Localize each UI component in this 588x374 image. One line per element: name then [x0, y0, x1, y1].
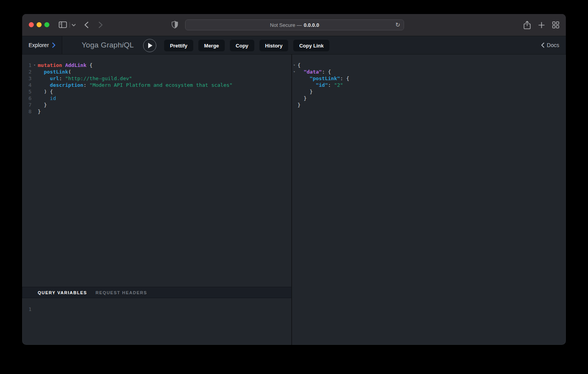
code-text: id	[38, 95, 56, 102]
line-number: 2	[22, 68, 32, 75]
fold-gutter	[292, 75, 298, 82]
code-line: 5 ) {	[22, 88, 291, 95]
app-title-pre: Yoga Graph	[82, 41, 122, 49]
line-number: 7	[22, 102, 32, 108]
response-viewer[interactable]: ▾{▾ "data": { "postLink": { "id": "2" } …	[292, 54, 566, 345]
line-number: 8	[22, 108, 32, 115]
fold-gutter	[32, 68, 38, 75]
reload-icon[interactable]: ↻	[395, 21, 400, 28]
line-number: 1	[22, 62, 32, 68]
code-text: url: "http://the-guild.dev"	[38, 75, 132, 82]
merge-button[interactable]: Merge	[198, 40, 225, 51]
prettify-button[interactable]: Prettify	[164, 40, 193, 51]
safari-window: Not Secure — 0.0.0.0 ↻	[22, 14, 566, 345]
titlebar-right-icons	[523, 14, 559, 36]
forward-icon[interactable]	[98, 21, 103, 28]
play-icon	[148, 43, 152, 48]
code-line: }	[292, 102, 566, 108]
fold-gutter	[292, 82, 298, 88]
code-text: }	[298, 95, 306, 102]
traffic-lights	[29, 22, 49, 27]
history-button[interactable]: History	[259, 40, 289, 51]
copy-button[interactable]: Copy	[230, 40, 254, 51]
code-line: "postLink": {	[292, 75, 566, 82]
copy-link-button[interactable]: Copy Link	[293, 40, 329, 51]
code-line: 2 postLink(	[22, 68, 291, 75]
browser-titlebar: Not Secure — 0.0.0.0 ↻	[22, 14, 566, 36]
sidebar-chevron-down-icon[interactable]	[72, 24, 76, 26]
address-bar[interactable]: Not Secure — 0.0.0.0 ↻	[185, 19, 404, 30]
explorer-chevron-right-icon	[52, 42, 56, 48]
fold-arrow-icon[interactable]: ▾	[32, 62, 38, 68]
code-text: description: "Modern API Platform and ec…	[38, 82, 233, 88]
code-text: "postLink": {	[298, 75, 349, 82]
fold-gutter	[32, 95, 38, 102]
code-text: postLink(	[38, 68, 71, 75]
code-line: 6 id	[22, 95, 291, 102]
code-line: ▾{	[292, 62, 566, 68]
code-text: }	[38, 102, 47, 108]
docs-label: Docs	[547, 42, 559, 48]
explorer-label: Explorer	[28, 42, 49, 48]
url-text: 0.0.0.0	[304, 22, 319, 28]
fold-gutter	[292, 95, 298, 102]
code-text: ) {	[38, 88, 53, 95]
main-area: 1▾mutation AddLink {2 postLink(3 url: "h…	[22, 54, 566, 345]
code-text: mutation AddLink {	[38, 62, 93, 68]
back-icon[interactable]	[84, 21, 89, 28]
left-pane: 1▾mutation AddLink {2 postLink(3 url: "h…	[22, 54, 291, 345]
fold-gutter	[32, 88, 38, 95]
tab-query-variables[interactable]: QUERY VARIABLES	[38, 290, 87, 295]
titlebar-separator	[70, 22, 70, 28]
line-number: 5	[22, 88, 32, 95]
share-icon[interactable]	[523, 21, 531, 30]
fold-gutter	[32, 102, 38, 108]
line-number: 4	[22, 82, 32, 88]
code-line: 7 }	[22, 102, 291, 108]
tab-request-headers[interactable]: REQUEST HEADERS	[96, 290, 147, 295]
fold-arrow-icon[interactable]: ▾	[292, 68, 298, 75]
close-window-button[interactable]	[29, 22, 34, 27]
fold-arrow-icon[interactable]: ▾	[292, 62, 298, 68]
sidebar-toggle-icon[interactable]	[59, 21, 67, 28]
fold-gutter	[292, 88, 298, 95]
code-line: 4 description: "Modern API Platform and …	[22, 82, 291, 88]
minimize-window-button[interactable]	[37, 22, 42, 27]
fold-gutter	[32, 108, 38, 115]
fold-gutter	[32, 82, 38, 88]
code-line: }	[292, 95, 566, 102]
code-line: ▾ "data": {	[292, 68, 566, 75]
code-text: "id": "2"	[298, 82, 343, 88]
tab-overview-icon[interactable]	[552, 21, 559, 28]
code-line: "id": "2"	[292, 82, 566, 88]
code-text: {	[298, 62, 301, 68]
privacy-shield-icon[interactable]	[172, 21, 178, 29]
variables-tab-bar: QUERY VARIABLES REQUEST HEADERS	[22, 287, 291, 298]
zoom-window-button[interactable]	[44, 22, 49, 27]
line-number: 3	[22, 75, 32, 82]
docs-button[interactable]: Docs	[541, 36, 559, 54]
code-text: }	[298, 102, 301, 108]
graphiql-toolbar: Explorer Yoga GraphiQL Prettify Merge Co…	[22, 36, 566, 54]
fold-gutter	[292, 102, 298, 108]
code-line: 8}	[22, 108, 291, 115]
docs-chevron-left-icon	[541, 42, 544, 48]
explorer-toggle-button[interactable]: Explorer	[22, 36, 62, 54]
code-text: }	[38, 108, 41, 115]
line-number: 6	[22, 95, 32, 102]
app-title-post: QL	[124, 41, 134, 49]
code-line: 1	[22, 306, 291, 313]
code-line: }	[292, 88, 566, 95]
new-tab-icon[interactable]	[538, 22, 545, 28]
toolbar-buttons: Prettify Merge Copy History Copy Link	[164, 40, 329, 51]
code-line: 1▾mutation AddLink {	[22, 62, 291, 68]
query-editor[interactable]: 1▾mutation AddLink {2 postLink(3 url: "h…	[22, 54, 291, 287]
execute-query-button[interactable]	[143, 39, 156, 52]
fold-gutter	[32, 75, 38, 82]
code-line: 3 url: "http://the-guild.dev"	[22, 75, 291, 82]
code-text: "data": {	[298, 68, 331, 75]
security-label: Not Secure —	[270, 22, 302, 28]
query-variables-editor[interactable]: 1	[22, 298, 291, 345]
app-title: Yoga GraphiQL	[76, 36, 139, 54]
code-text: }	[298, 88, 313, 95]
